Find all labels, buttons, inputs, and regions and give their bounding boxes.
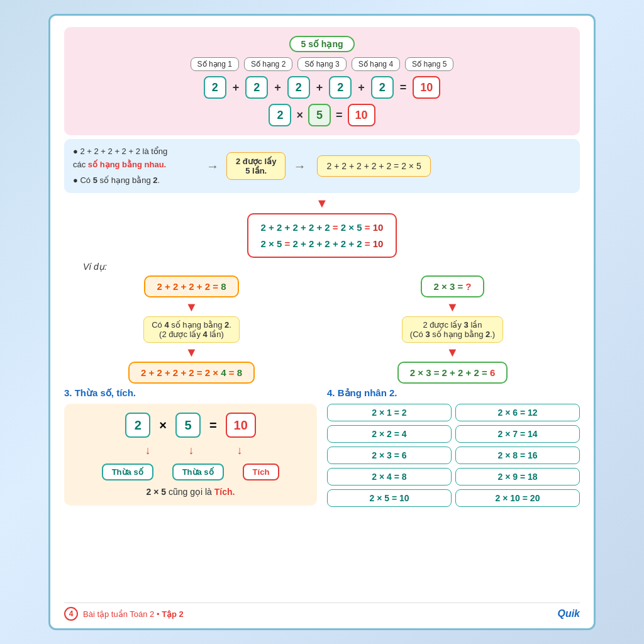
down-arrow-1: ▼ — [64, 197, 580, 209]
plus-3: + — [316, 81, 323, 94]
tich-10: 10 — [226, 413, 256, 438]
vidu-row: 2 + 2 + 2 + 2 = 8 ▼ Có 4 số hạng bằng 2.… — [64, 275, 580, 384]
num-2-mult: 2 — [269, 104, 291, 126]
bng-7: 2 × 4 = 8 — [327, 468, 452, 486]
thua-note: 2 × 5 cũng gọi là Tích. — [147, 487, 235, 497]
vidu-left-box1: 2 + 2 + 2 + 2 = 8 — [144, 275, 238, 297]
thua-label-2: Thừa số — [172, 464, 224, 480]
vidu-col-left: 2 + 2 + 2 + 2 = 8 ▼ Có 4 số hạng bằng 2.… — [70, 275, 313, 384]
blue-text: ● 2 + 2 + 2 + 2 + 2 là tổngcác số hạng b… — [73, 145, 199, 187]
tich-label: Tích — [243, 464, 280, 480]
mult-sign: × — [296, 109, 303, 122]
vidu-label: Ví dụ: — [64, 262, 580, 272]
section3: 3. Thừa số, tích. 2 × 5 = 10 ↓ ↓ ↓ Thừa … — [64, 387, 317, 597]
footer: 4 Bài tập tuần Toán 2 • Tập 2 Quik — [64, 602, 580, 621]
thua-arrows: ↓ ↓ ↓ — [139, 444, 243, 457]
arrow-thua1: ↓ — [145, 444, 151, 457]
result-10-1: 10 — [413, 76, 440, 99]
vidu-right-desc1: 2 được lấy 3 lần(Có 3 số hạng bằng 2.) — [402, 316, 503, 343]
plus-2: + — [274, 81, 281, 94]
thua-num-2: 2 — [125, 413, 150, 438]
page: 5 số hạng Số hạng 1 Số hạng 2 Số hạng 3 … — [48, 14, 596, 630]
bng-10: 2 × 10 = 20 — [455, 489, 580, 507]
vidu-right-box2: 2 × 3 = 2 + 2 + 2 = 6 — [397, 362, 508, 384]
addend-5: Số hạng 5 — [405, 57, 453, 71]
thua-so-box: 2 × 5 = 10 ↓ ↓ ↓ Thừa số Thừa số Tích — [64, 404, 317, 506]
red-summary: 2 + 2 + 2 + 2 + 2 = 2 × 5 = 10 2 × 5 = 2… — [247, 213, 397, 258]
vidu-left-desc1: Có 4 số hạng bằng 2.(2 được lấy 4 lần) — [143, 316, 240, 343]
blue-formula: 2 + 2 + 2 + 2 + 2 = 2 × 5 — [317, 155, 430, 177]
num-2-1: 2 — [204, 76, 226, 99]
num-2-4: 2 — [329, 76, 352, 99]
summary-line2: 2 × 5 = 2 + 2 + 2 + 2 + 2 = 10 — [261, 236, 384, 252]
vidu-left-box2: 2 + 2 + 2 + 2 = 2 × 4 = 8 — [128, 362, 255, 384]
vidu-left-arrow2: ▼ — [186, 346, 198, 358]
thua-eq-sign: = — [209, 418, 217, 433]
lam-hop: 2 được lấy5 lần. — [226, 152, 286, 180]
arrow-tich: ↓ — [237, 444, 243, 457]
page-number: 4 — [64, 607, 78, 621]
vidu-col-right: 2 × 3 = ? ▼ 2 được lấy 3 lần(Có 3 số hạn… — [331, 275, 574, 384]
bng-6: 2 × 8 = 16 — [455, 447, 580, 464]
arrow-right-2: → — [293, 159, 306, 174]
result-10-2: 10 — [348, 104, 375, 126]
addend-2: Số hạng 2 — [244, 57, 292, 71]
arrow-thua2: ↓ — [189, 444, 194, 457]
thua-mult-sign: × — [159, 418, 167, 433]
bng-2: 2 × 6 = 12 — [455, 404, 580, 421]
num-5-mult: 5 — [308, 104, 331, 126]
bng-4: 2 × 7 = 14 — [455, 425, 580, 443]
bng-3: 2 × 2 = 4 — [327, 425, 452, 443]
vidu-right-arrow2: ▼ — [447, 346, 459, 358]
plus-4: + — [358, 81, 365, 94]
footer-text: Bài tập tuần Toán 2 • Tập 2 — [83, 609, 184, 619]
bng-8: 2 × 9 = 18 — [455, 468, 580, 486]
thua-label-1: Thừa số — [102, 464, 153, 480]
bang-nhan-grid: 2 × 1 = 2 2 × 6 = 12 2 × 2 = 4 2 × 7 = 1… — [327, 404, 580, 507]
addition-row: 2 + 2 + 2 + 2 + 2 = 10 — [204, 76, 441, 99]
vidu-left-arrow1: ▼ — [186, 301, 198, 313]
addend-3: Số hạng 3 — [297, 57, 346, 71]
mult-row: 2 × 5 = 10 — [269, 104, 375, 126]
thua-so-row: 2 × 5 = 10 — [125, 413, 255, 438]
footer-left: 4 Bài tập tuần Toán 2 • Tập 2 — [64, 607, 184, 621]
section4-title: 4. Bảng nhân 2. — [327, 387, 580, 399]
bng-5: 2 × 3 = 6 — [327, 447, 452, 464]
vidu-right-box1: 2 × 3 = ? — [421, 275, 484, 297]
summary-line1: 2 + 2 + 2 + 2 + 2 = 2 × 5 = 10 — [261, 219, 384, 236]
logo: Quik — [557, 608, 580, 619]
num-2-2: 2 — [245, 76, 268, 99]
thua-num-5: 5 — [175, 413, 201, 438]
bng-1: 2 × 1 = 2 — [327, 404, 452, 421]
num-2-5: 2 — [371, 76, 394, 99]
section3-title: 3. Thừa số, tích. — [64, 387, 317, 399]
bullet-1: ● 2 + 2 + 2 + 2 + 2 là tổngcác số hạng b… — [73, 145, 199, 172]
vidu-right-arrow1: ▼ — [447, 301, 459, 313]
eq-2: = — [336, 109, 343, 122]
so-hang-label: 5 số hạng — [289, 36, 354, 52]
bullet-2: ● Có 5 số hạng bằng 2. — [73, 174, 199, 187]
num-2-3: 2 — [287, 76, 310, 99]
sections-row: 3. Thừa số, tích. 2 × 5 = 10 ↓ ↓ ↓ Thừa … — [64, 387, 580, 597]
top-section: 5 số hạng Số hạng 1 Số hạng 2 Số hạng 3 … — [64, 27, 580, 135]
addend-4: Số hạng 4 — [352, 57, 400, 71]
blue-section: ● 2 + 2 + 2 + 2 + 2 là tổngcác số hạng b… — [64, 139, 580, 193]
addend-1: Số hạng 1 — [191, 57, 239, 71]
thua-so-labels: Thừa số Thừa số Tích — [98, 464, 284, 480]
bng-9: 2 × 5 = 10 — [327, 489, 452, 507]
arrow-right-1: → — [206, 159, 219, 174]
plus-1: + — [233, 81, 240, 94]
section4: 4. Bảng nhân 2. 2 × 1 = 2 2 × 6 = 12 2 ×… — [327, 387, 580, 597]
addends-row: Số hạng 1 Số hạng 2 Số hạng 3 Số hạng 4 … — [191, 57, 454, 71]
eq-1: = — [400, 81, 407, 94]
summary-wrapper: 2 + 2 + 2 + 2 + 2 = 2 × 5 = 10 2 × 5 = 2… — [64, 213, 580, 258]
